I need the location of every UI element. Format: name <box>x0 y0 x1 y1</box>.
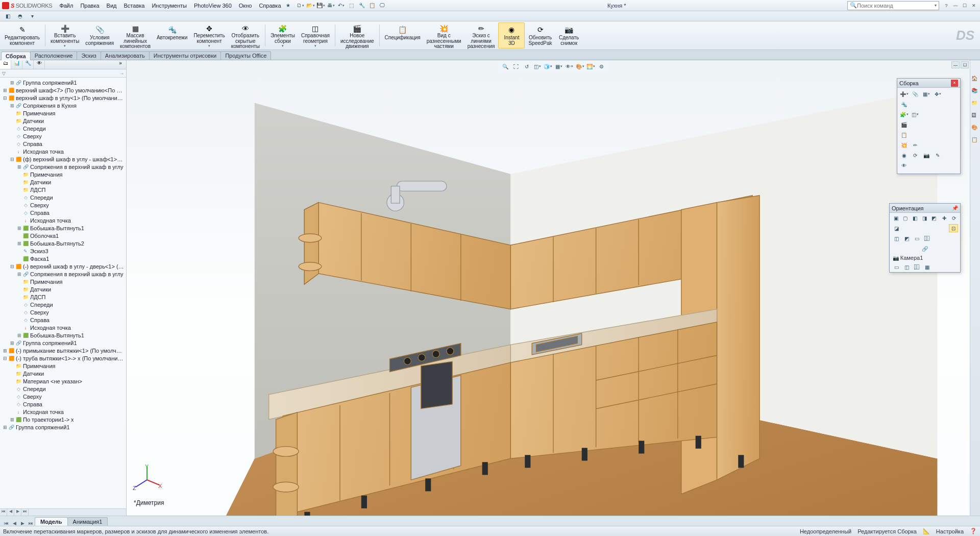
tree-twisty-icon[interactable]: ⊞ <box>9 80 15 85</box>
new-doc-icon[interactable]: 🗋 <box>297 2 305 10</box>
screen-capture-icon[interactable]: 🖵 <box>378 2 386 10</box>
taskpane-home-icon[interactable]: 🏠 <box>971 76 979 84</box>
ribbon-instant[interactable]: ◉Instant3D <box>498 22 525 48</box>
orient-vp4-icon[interactable]: ▦ <box>922 263 932 271</box>
ap-instant3d-icon[interactable]: ◉ <box>899 151 909 159</box>
assembly-toolbar-panel[interactable]: Сборка × ➕ 📎 ▦ ✥ 🔩 🧩 ◫ 🎬 <box>897 78 961 174</box>
tree-node[interactable]: 📁Примечания <box>0 170 126 178</box>
tabnav-prev-icon[interactable]: ◀ <box>10 521 18 526</box>
cmtab-анализировать[interactable]: Анализировать <box>101 51 150 60</box>
tree-node[interactable]: ⊞🟩Бобышка-Вытянуть2 <box>0 239 126 247</box>
feature-tree[interactable]: ⊞🔗Группа сопряжений1⊞🟧верхний шкаф<7> (П… <box>0 78 126 508</box>
tabnav-last-icon[interactable]: ⏭ <box>27 521 35 526</box>
cmtab-инструменты-отрисовки[interactable]: Инструменты отрисовки <box>149 51 221 60</box>
open-doc-icon[interactable]: 📂 <box>307 2 315 10</box>
ap-snapshot-icon[interactable]: 📷 <box>922 151 931 159</box>
ribbon-dropdown-icon[interactable]: ▾ <box>208 44 210 48</box>
minimize-icon[interactable]: — <box>951 2 960 9</box>
tree-twisty-icon[interactable]: ⊞ <box>2 88 8 93</box>
rebuild-icon[interactable]: 🔧 <box>358 2 366 10</box>
orient-single-icon[interactable]: ▭ <box>912 234 921 242</box>
ribbon-новое[interactable]: 🎬Новоеисследованиедвижения <box>338 22 377 48</box>
tree-node[interactable]: ◇Справа <box>0 400 126 408</box>
tree-node[interactable]: ⊞🟩По траектории1-> x <box>0 416 126 423</box>
cmtab-продукты-office[interactable]: Продукты Office <box>220 51 271 60</box>
ribbon-отобразить[interactable]: 👁Отобразитьскрытыекомпоненты <box>229 22 262 48</box>
orientation-panel-pin-icon[interactable]: 📌 <box>952 205 958 211</box>
ribbon-сделать[interactable]: 📷Сделатьснимок <box>556 22 582 48</box>
orient-vp1-icon[interactable]: ▭ <box>892 263 901 271</box>
tree-node[interactable]: ⊟🟧(-) верхний шкаф в углу - дверь<1> (По… <box>0 262 126 270</box>
ribbon-переместить[interactable]: ✥Переместитькомпонент▾ <box>191 22 227 48</box>
ribbon-обновить[interactable]: ⟳ОбновитьSpeedPak <box>526 22 554 48</box>
tree-node[interactable]: ◇Справа <box>0 140 126 148</box>
ribbon-массив[interactable]: ▦Массивлинейныхкомпонентов▾ <box>117 22 153 48</box>
menu-вид[interactable]: Вид <box>104 2 120 10</box>
tree-node[interactable]: ✎Эскиз3 <box>0 247 126 255</box>
ap-pattern-icon[interactable]: ▦ <box>922 90 931 98</box>
menu-справка[interactable]: Справка <box>256 2 284 10</box>
tree-node[interactable]: ◇Сверху <box>0 308 126 316</box>
ap-bom-icon[interactable]: 📋 <box>899 131 909 139</box>
ap-mate-icon[interactable]: 📎 <box>911 90 920 98</box>
status-custom[interactable]: Настройка <box>936 528 964 534</box>
tree-node[interactable]: ↓Исходная точка <box>0 408 126 416</box>
orient-dimetric-icon[interactable]: ◫ <box>892 234 901 242</box>
taskpane-appearance-icon[interactable]: 🎨 <box>971 125 979 133</box>
ap-explode-icon[interactable]: 💥 <box>899 141 909 149</box>
ap-feat-icon[interactable]: 🧩 <box>899 110 909 118</box>
tree-scroll-first-icon[interactable]: ⏮ <box>0 509 7 516</box>
tree-node[interactable]: 📁Материал <не указан> <box>0 377 126 385</box>
ap-explodesketch-icon[interactable]: ✏ <box>911 141 920 149</box>
tree-twisty-icon[interactable]: ⊟ <box>2 356 8 361</box>
ap-refgeom-icon[interactable]: ◫ <box>911 110 920 118</box>
tree-node[interactable]: ⊞🟧(-) примыкание вытяжки<1> (По умолчани… <box>0 347 126 354</box>
command-search[interactable]: 🔍 ▾ <box>847 1 939 10</box>
tree-twisty-icon[interactable]: ⊞ <box>2 425 8 430</box>
tree-node[interactable]: ◇Спереди <box>0 385 126 393</box>
tree-tab-feature-icon[interactable]: 🗂 <box>0 60 11 69</box>
taskpane-view-icon[interactable]: 🖼 <box>971 112 979 120</box>
orient-trimetric-icon[interactable]: ◩ <box>902 234 911 242</box>
ribbon-автокрепежи[interactable]: 🔩Автокрепежи <box>154 22 190 48</box>
graphics-viewport[interactable]: 🔍 ⛶ ↺ ◫ 🧊 ▦ 👁 🎨 🌅 ⚙ — ☐ ✕ <box>127 60 980 516</box>
tree-twisty-icon[interactable]: ⊞ <box>16 226 22 231</box>
ribbon-спецификация[interactable]: 📋Спецификация <box>382 22 423 48</box>
menu-окно[interactable]: Окно <box>236 2 255 10</box>
menu-вставка[interactable]: Вставка <box>121 2 148 10</box>
qt-sphere-icon[interactable]: ◓ <box>15 12 24 20</box>
tree-node[interactable]: 📁Датчики <box>0 285 126 293</box>
tabnav-next-icon[interactable]: ▶ <box>18 521 27 526</box>
status-flag-icon[interactable]: ❓ <box>970 528 977 534</box>
cmtab-расположение[interactable]: Расположение <box>30 51 78 60</box>
tree-node[interactable]: 🟩Оболочка1 <box>0 232 126 239</box>
orient-right-icon[interactable]: ◨ <box>920 214 929 222</box>
tree-node[interactable]: ⊞🔗Сопряжения в Кухня <box>0 102 126 109</box>
orient-normal-icon[interactable]: ⊡ <box>949 224 958 232</box>
orientation-triad[interactable]: X Y Z <box>132 465 162 495</box>
tree-node[interactable]: ⊞🔗Группа сопряжений1 <box>0 339 126 347</box>
doctab-анимация1[interactable]: Анимация1 <box>67 517 108 526</box>
tree-node[interactable]: ⊞🔗Сопряжения в верхний шкаф в углу <box>0 163 126 170</box>
tree-twisty-icon[interactable]: ⊞ <box>2 348 8 353</box>
tree-twisty-icon[interactable]: ⊞ <box>9 417 15 422</box>
tree-node[interactable]: 📁Датчики <box>0 117 126 125</box>
cmtab-эскиз[interactable]: Эскиз <box>77 51 101 60</box>
search-dropdown-icon[interactable]: ▾ <box>935 3 937 8</box>
tree-node[interactable]: ◇Справа <box>0 316 126 324</box>
tree-node[interactable]: ⊟🟧(ф) верхний шкаф в углу - шкаф<1> (По … <box>0 155 126 163</box>
ribbon-редактировать[interactable]: ✎Редактироватькомпонент <box>2 22 42 48</box>
orient-front-icon[interactable]: ▣ <box>892 214 900 222</box>
tree-tab-config-icon[interactable]: 🔧 <box>22 60 34 69</box>
maximize-icon[interactable]: ☐ <box>961 2 969 9</box>
tree-node[interactable]: 📁ЛДСП <box>0 293 126 301</box>
orientation-camera-item[interactable]: 📷 Камера1 <box>890 254 960 262</box>
tree-node[interactable]: ↓Исходная точка <box>0 148 126 155</box>
ribbon-справочная[interactable]: ◫Справочнаягеометрия▾ <box>299 22 332 48</box>
orient-left-icon[interactable]: ◧ <box>911 214 919 222</box>
tree-node[interactable]: 🟩Фаска1 <box>0 255 126 262</box>
tree-twisty-icon[interactable]: ⊞ <box>16 272 22 277</box>
tree-twisty-icon[interactable]: ⊞ <box>16 333 22 338</box>
ap-smart-icon[interactable]: 🔩 <box>899 100 909 108</box>
tree-node[interactable]: ◇Спереди <box>0 193 126 201</box>
